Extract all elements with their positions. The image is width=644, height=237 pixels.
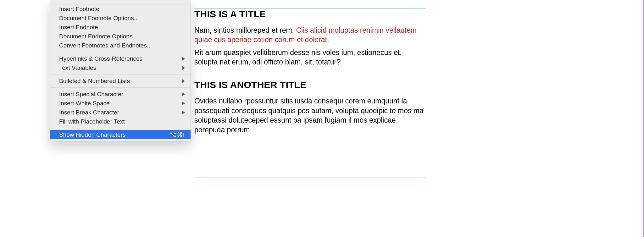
text-frame[interactable]: THIS IS A TITLE Nam, sintios milloreped … — [194, 8, 426, 178]
menu-show-hidden-characters[interactable]: Show Hidden Characters ⌥⌘I — [50, 130, 191, 139]
chevron-right-icon — [182, 111, 185, 114]
menu-label: Text Variables — [59, 64, 179, 71]
chevron-right-icon — [182, 66, 185, 70]
heading-2-part-b: HER TITLE — [257, 80, 307, 90]
menu-insert-special-character[interactable]: Insert Special Character — [50, 90, 191, 99]
menu-document-endnote-options[interactable]: Document Endnote Options... — [50, 32, 191, 41]
menu-label: Document Endnote Options... — [59, 33, 185, 40]
paragraph-2[interactable]: Rit arum quaspiet velitiberum desse nis … — [194, 48, 426, 67]
chevron-right-icon — [182, 79, 185, 83]
menu-hyperlinks-cross-references[interactable]: Hyperlinks & Cross-References — [50, 54, 191, 63]
menu-label: Insert Special Character — [59, 91, 179, 98]
menu-bulleted-numbered-lists[interactable]: Bulleted & Numbered Lists — [50, 76, 191, 85]
heading-2[interactable]: THIS IS ANOTHER TITLE — [194, 79, 426, 91]
menu-label: Insert White Space — [59, 100, 179, 107]
menu-convert-footnotes-endnotes[interactable]: Convert Footnotes and Endnotes... — [50, 41, 191, 50]
menu-label: Document Footnote Options... — [59, 15, 185, 22]
chevron-right-icon — [182, 92, 185, 96]
chevron-right-icon — [182, 102, 185, 105]
menu-separator — [50, 74, 191, 74]
menu-label: Hyperlinks & Cross-References — [59, 55, 179, 62]
menu-document-footnote-options[interactable]: Document Footnote Options... — [50, 14, 191, 23]
menu-label: Show Hidden Characters — [59, 131, 169, 138]
menu-separator — [50, 52, 191, 52]
menu-separator — [50, 128, 191, 128]
menu-label: Bulleted & Numbered Lists — [59, 78, 179, 85]
para1-text-c: . — [327, 36, 329, 44]
app-canvas: THIS IS A TITLE Nam, sintios milloreped … — [0, 0, 644, 237]
menu-separator — [50, 87, 191, 88]
para1-text-a: Nam, sintios milloreped et rem. — [194, 26, 296, 34]
menu-text-variables[interactable]: Text Variables — [50, 63, 191, 72]
menu-scroll-gap — [50, 0, 191, 4]
menu-shortcut: ⌥⌘I — [169, 131, 185, 138]
menu-label: Fill with Placeholder Text — [59, 118, 185, 125]
menu-insert-break-character[interactable]: Insert Break Character — [50, 108, 191, 117]
menu-insert-endnote[interactable]: Insert Endnote — [50, 23, 191, 32]
heading-1[interactable]: THIS IS A TITLE — [194, 8, 426, 20]
paragraph-3[interactable]: Ovides nullabo rpossuntur sitis iusda co… — [194, 96, 426, 134]
menu-insert-white-space[interactable]: Insert White Space — [50, 99, 191, 108]
type-menu-dropdown: Insert Footnote Document Footnote Option… — [50, 0, 191, 141]
menu-label: Insert Endnote — [59, 24, 185, 31]
menu-label: Convert Footnotes and Endnotes... — [59, 42, 185, 49]
paragraph-1[interactable]: Nam, sintios milloreped et rem. Ciis ali… — [194, 25, 426, 45]
menu-label: Insert Break Character — [59, 109, 179, 116]
heading-2-part-a: THIS IS ANOT — [194, 80, 257, 90]
chevron-right-icon — [182, 57, 185, 61]
menu-insert-footnote[interactable]: Insert Footnote — [50, 4, 191, 14]
menu-fill-placeholder-text[interactable]: Fill with Placeholder Text — [50, 117, 191, 126]
menu-label: Insert Footnote — [59, 6, 185, 13]
